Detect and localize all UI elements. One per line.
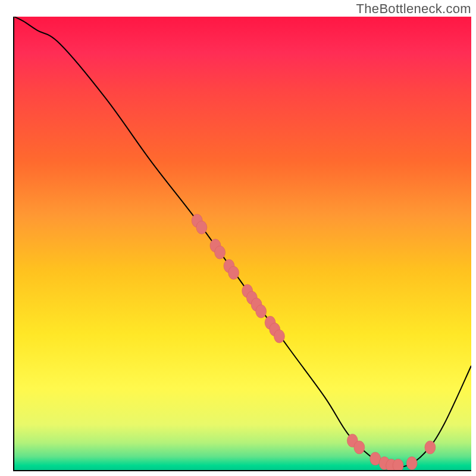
data-marker	[256, 305, 267, 318]
data-marker	[393, 459, 403, 470]
data-markers-group	[192, 214, 436, 470]
curve-line	[14, 17, 471, 467]
data-marker	[406, 457, 417, 470]
data-marker	[425, 441, 436, 454]
data-marker	[228, 267, 239, 280]
x-axis-line	[13, 470, 471, 471]
plot-gradient-background	[14, 17, 471, 470]
data-marker	[196, 221, 207, 234]
data-marker	[274, 330, 284, 343]
data-marker	[215, 246, 226, 259]
chart-svg	[14, 17, 471, 470]
data-marker	[354, 441, 365, 454]
watermark-text: TheBottleneck.com	[356, 1, 471, 17]
